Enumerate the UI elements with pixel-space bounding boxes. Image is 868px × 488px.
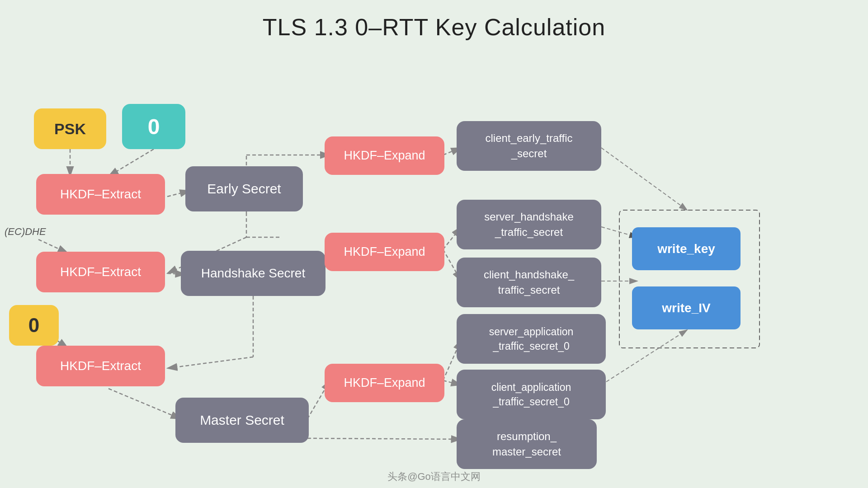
hkdf-extract-1-node: HKDF–Extract	[36, 174, 165, 215]
client-handshake-traffic-secret-node: client_handshake_traffic_secret	[457, 258, 601, 307]
watermark: 头条@Go语言中文网	[387, 470, 481, 483]
server-application-traffic-secret-node: server_application_traffic_secret_0	[457, 314, 606, 364]
resumption-master-secret-node: resumption_master_secret	[457, 419, 597, 469]
ecdhe-label: (EC)DHE	[5, 226, 46, 238]
psk-node: PSK	[34, 108, 106, 149]
svg-line-9	[38, 239, 68, 253]
zero-teal-node: 0	[122, 104, 185, 149]
server-handshake-traffic-secret-node: server_handshake_traffic_secret	[457, 200, 601, 249]
hkdf-expand-2-node: HKDF–Expand	[325, 233, 444, 271]
early-secret-node: Early Secret	[185, 166, 303, 211]
hkdf-extract-2-node: HKDF–Extract	[36, 252, 165, 292]
hkdf-expand-3-node: HKDF–Expand	[325, 364, 444, 402]
svg-line-24	[307, 438, 461, 439]
hkdf-expand-1-node: HKDF–Expand	[325, 136, 444, 175]
hkdf-extract-3-node: HKDF–Extract	[36, 346, 165, 386]
zero-yellow-node: 0	[9, 305, 59, 346]
master-secret-node: Master Secret	[175, 398, 309, 443]
write-key-node: write_key	[632, 227, 741, 270]
svg-line-3	[108, 149, 154, 176]
write-iv-node: write_IV	[632, 286, 741, 329]
client-early-traffic-secret-node: client_early_traffic_secret	[457, 121, 601, 171]
client-application-traffic-secret-node: client_application_traffic_secret_0	[457, 370, 606, 419]
page-title: TLS 1.3 0–RTT Key Calculation	[0, 0, 868, 41]
svg-line-16	[167, 357, 253, 368]
handshake-secret-node: Handshake Secret	[181, 251, 326, 296]
svg-line-29	[601, 330, 687, 385]
svg-line-26	[601, 148, 687, 210]
svg-line-17	[108, 389, 181, 419]
